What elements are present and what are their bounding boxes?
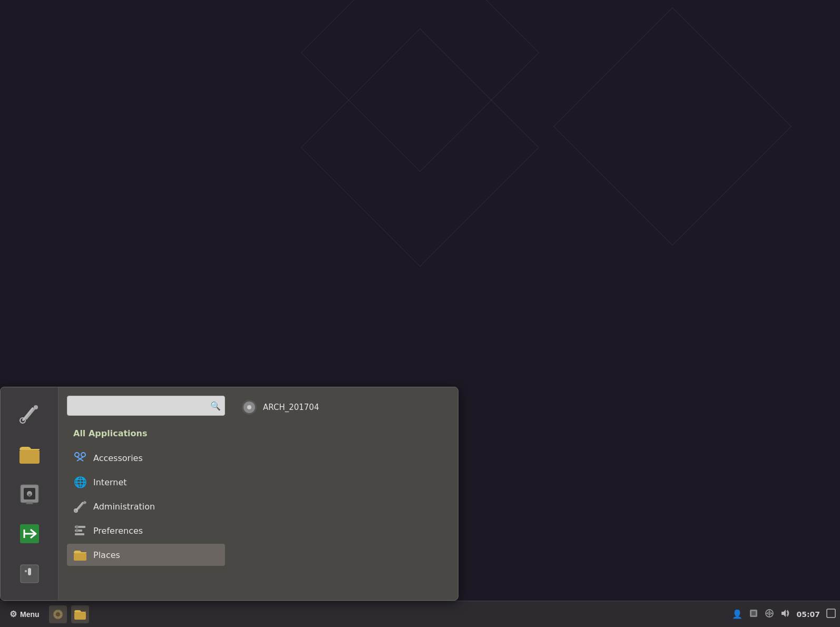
taskbar-files-icon xyxy=(52,609,64,620)
taskbar-folder-button[interactable] xyxy=(71,605,89,623)
svg-rect-15 xyxy=(28,568,31,575)
items-panel: ARCH_201704 xyxy=(236,396,450,592)
svg-rect-27 xyxy=(75,533,84,535)
administration-label: Administration xyxy=(93,502,155,512)
places-label: Places xyxy=(93,550,120,560)
taskbar-right: 👤 05:07 xyxy=(732,609,836,620)
search-icon[interactable]: 🔍 xyxy=(210,401,221,411)
svg-rect-9 xyxy=(27,502,32,503)
disk-icon xyxy=(242,400,257,415)
network-manager-icon[interactable] xyxy=(749,609,758,620)
taskbar-left: ⚙ Menu xyxy=(4,605,89,623)
menu-button[interactable]: ⚙ Menu xyxy=(4,607,45,621)
preferences-icon xyxy=(73,524,87,537)
svg-rect-10 xyxy=(26,503,33,504)
category-internet[interactable]: 🌐 Internet xyxy=(67,471,225,493)
lock-screen-icon xyxy=(18,483,41,505)
svg-rect-30 xyxy=(74,553,86,561)
svg-point-17 xyxy=(75,453,79,457)
category-preferences[interactable]: Preferences xyxy=(67,520,225,542)
svg-rect-16 xyxy=(25,570,27,572)
svg-rect-4 xyxy=(19,450,40,464)
sidebar-files-button[interactable] xyxy=(14,438,45,469)
svg-rect-28 xyxy=(76,525,78,528)
sidebar-lock-button[interactable] xyxy=(14,478,45,510)
svg-rect-42 xyxy=(827,609,835,618)
administration-icon xyxy=(73,499,87,513)
sidebar-icons xyxy=(1,387,58,600)
taskbar-files-button[interactable] xyxy=(49,605,67,623)
sidebar-settings-button[interactable] xyxy=(14,398,45,429)
display-icon[interactable] xyxy=(826,609,836,620)
taskbar-folder-icon xyxy=(74,609,86,620)
menu-content: 🔍 All Applications Accessories xyxy=(58,387,458,600)
accessories-label: Accessories xyxy=(93,453,143,463)
category-places[interactable]: Places xyxy=(67,544,225,566)
svg-rect-37 xyxy=(751,611,756,615)
power-icon xyxy=(18,563,41,585)
clock-display: 05:07 xyxy=(796,610,820,619)
svg-rect-8 xyxy=(28,494,31,497)
sidebar-power-button[interactable] xyxy=(14,558,45,590)
bg-diamond-3 xyxy=(553,7,792,246)
logout-icon xyxy=(18,522,41,545)
internet-label: Internet xyxy=(93,477,127,487)
search-bar: 🔍 xyxy=(67,396,225,416)
taskbar: ⚙ Menu 👤 xyxy=(0,601,840,627)
places-icon xyxy=(73,548,87,562)
menu-gear-icon: ⚙ xyxy=(9,609,17,619)
disk-label: ARCH_201704 xyxy=(263,403,319,412)
search-input[interactable] xyxy=(67,396,225,416)
volume-icon[interactable] xyxy=(780,609,790,620)
categories-panel: 🔍 All Applications Accessories xyxy=(67,396,225,592)
accessories-icon xyxy=(73,451,87,465)
svg-point-3 xyxy=(34,405,38,409)
folder-icon xyxy=(18,443,41,465)
network-icon[interactable] xyxy=(765,609,774,620)
user-tray-icon[interactable]: 👤 xyxy=(732,609,743,619)
menu-label: Menu xyxy=(20,610,40,619)
svg-rect-35 xyxy=(74,612,86,620)
sidebar-logout-button[interactable] xyxy=(14,518,45,550)
svg-rect-29 xyxy=(76,529,78,532)
svg-point-18 xyxy=(81,453,85,457)
svg-marker-41 xyxy=(782,610,786,617)
tools-icon xyxy=(18,402,41,425)
all-applications-label[interactable]: All Applications xyxy=(67,424,225,445)
disk-item-arch[interactable]: ARCH_201704 xyxy=(236,396,450,419)
app-menu: 🔍 All Applications Accessories xyxy=(0,387,458,601)
category-administration[interactable]: Administration xyxy=(67,495,225,517)
internet-icon: 🌐 xyxy=(73,475,87,489)
category-accessories[interactable]: Accessories xyxy=(67,447,225,469)
preferences-label: Preferences xyxy=(93,526,143,536)
